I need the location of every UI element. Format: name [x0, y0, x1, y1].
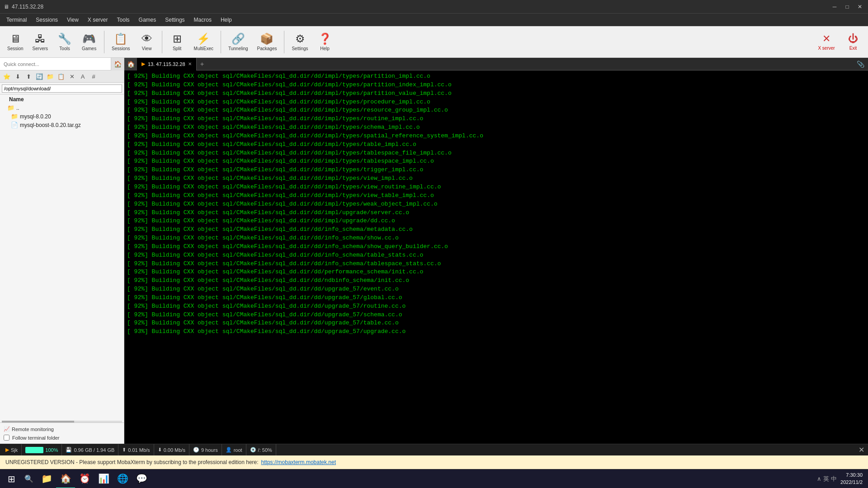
toolbar-games-label: Games	[82, 46, 96, 51]
tree-item-mysql-folder[interactable]: 📁 mysql-8.0.20	[0, 112, 124, 121]
sb-download-icon[interactable]: ⬇	[13, 71, 23, 81]
tray-lang-icon[interactable]: 英	[823, 475, 829, 483]
terminal-line: [ 92%] Building CXX object sql/CMakeFile…	[127, 251, 865, 260]
tab-close-button[interactable]: ✕	[188, 61, 192, 66]
terminal-line: [ 92%] Building CXX object sql/CMakeFile…	[127, 106, 865, 115]
menu-tools[interactable]: Tools	[113, 15, 134, 25]
toolbar-games[interactable]: 🎮 Games	[78, 31, 100, 53]
toolbar-settings-label: Settings	[292, 46, 308, 51]
toolbar-right: ✕ X server ⏻ Exit	[813, 31, 864, 52]
tray-ime-icon[interactable]: 中	[831, 475, 837, 483]
system-clock[interactable]: 7:30:30 2022/11/2	[840, 472, 863, 486]
menu-view[interactable]: View	[62, 15, 83, 25]
menu-sessions[interactable]: Sessions	[31, 15, 62, 25]
sb-folder-icon[interactable]: 📁	[45, 71, 55, 81]
toolbar-packages[interactable]: 📦 Packages	[254, 31, 281, 53]
terminal-tab-active[interactable]: ▶ 13. 47.115.32.28 ✕	[137, 58, 197, 70]
taskbar: ⊞ 🔍 📁 🏠 ⏰ 📊 🌐 💬 ∧ 英 中 7:30:30 2022/11/2	[0, 469, 868, 488]
toolbar-multiexec[interactable]: ⚡ MultiExec	[190, 31, 217, 53]
status-download[interactable]: ⬇ 0.00 Mb/s	[154, 444, 189, 455]
terminal-line: [ 92%] Building CXX object sql/CMakeFile…	[127, 123, 865, 132]
taskbar-clock[interactable]: ⏰	[75, 469, 94, 488]
clock-icon: 🕐	[193, 447, 199, 453]
sb-upload-icon[interactable]: ⬆	[24, 71, 33, 81]
terminal-line: [ 92%] Building CXX object sql/CMakeFile…	[127, 319, 865, 328]
home-button[interactable]: 🏠	[124, 58, 137, 70]
taskbar-browser[interactable]: 🌐	[113, 469, 132, 488]
upload-icon: ⬆	[122, 447, 126, 453]
taskbar-home[interactable]: 🏠	[56, 469, 75, 488]
toolbar-tools[interactable]: 🔧 Tools	[53, 31, 76, 53]
status-time[interactable]: 🕐 9 hours	[189, 444, 222, 455]
status-upload[interactable]: ⬆ 0.01 Mb/s	[118, 444, 154, 455]
download-icon: ⬇	[158, 447, 162, 453]
terminal-line: [ 92%] Building CXX object sql/CMakeFile…	[127, 81, 865, 89]
tree-item-mysql-file[interactable]: 📄 mysql-boost-8.0.20.tar.gz	[0, 121, 124, 129]
sb-text-icon[interactable]: A	[78, 71, 88, 81]
terminal-line: [ 92%] Building CXX object sql/CMakeFile…	[127, 72, 865, 81]
toolbar-xserver-button[interactable]: ✕ X server	[813, 31, 840, 52]
toolbar-sessions[interactable]: 📋 Sessions	[108, 31, 134, 53]
follow-label: Follow terminal folder	[12, 435, 60, 441]
status-user[interactable]: 👤 root	[222, 444, 246, 455]
toolbar-view[interactable]: 👁 View	[136, 31, 158, 53]
terminal-line: [ 92%] Building CXX object sql/CMakeFile…	[127, 294, 865, 302]
quick-connect-button[interactable]: 🏠	[111, 58, 124, 70]
menu-games[interactable]: Games	[134, 15, 161, 25]
help-icon: ❓	[318, 33, 332, 45]
toolbar-sessions-label: Sessions	[112, 46, 130, 51]
path-bar	[0, 83, 124, 94]
menu-macros[interactable]: Macros	[189, 15, 216, 25]
menu-settings[interactable]: Settings	[160, 15, 189, 25]
status-memory[interactable]: 💾 0.96 GB / 1.94 GB	[62, 444, 118, 455]
follow-terminal-folder[interactable]: Follow terminal folder	[2, 433, 122, 442]
sb-delete-icon[interactable]: ✕	[67, 71, 77, 81]
status-progress[interactable]: 100%	[22, 444, 62, 455]
terminal-line: [ 92%] Building CXX object sql/CMakeFile…	[127, 277, 865, 285]
tree-item-parent[interactable]: 📁 ..	[0, 103, 124, 112]
sb-copy-icon[interactable]: 📋	[56, 71, 66, 81]
taskbar-files[interactable]: 📁	[37, 469, 56, 488]
tools-icon: 🔧	[58, 33, 71, 45]
main-area: 🏠 ⭐ ⬇ ⬆ 🔄 📁 📋 ✕ A # Name 📁 ..	[0, 58, 868, 444]
menu-terminal[interactable]: Terminal	[2, 15, 31, 25]
quick-connect-input[interactable]	[0, 58, 111, 70]
remote-monitoring-button[interactable]: 📈 Remote monitoring	[2, 425, 122, 433]
start-button[interactable]: ⊞	[2, 469, 21, 488]
toolbar-exit-button[interactable]: ⏻ Exit	[842, 31, 864, 52]
toolbar-settings[interactable]: ⚙ Settings	[288, 31, 311, 53]
clock-date: 2022/11/2	[840, 479, 863, 486]
toolbar-split-label: Split	[173, 46, 181, 51]
minimize-button[interactable]: ─	[830, 2, 839, 11]
memory-icon: 💾	[66, 447, 72, 453]
sb-star-icon[interactable]: ⭐	[2, 71, 12, 81]
toolbar-servers[interactable]: 🖧 Servers	[29, 31, 52, 53]
toolbar-help[interactable]: ❓ Help	[314, 31, 336, 53]
toolbar-session[interactable]: 🖥 Session	[4, 31, 27, 53]
toolbar-separator-2	[162, 31, 162, 53]
menu-help[interactable]: Help	[216, 15, 236, 25]
search-button[interactable]: 🔍	[21, 471, 37, 487]
attach-icon[interactable]: 📎	[855, 59, 866, 70]
follow-checkbox-input[interactable]	[4, 435, 9, 441]
session-icon: 🖥	[10, 33, 21, 45]
path-input[interactable]	[2, 84, 122, 93]
maximize-button[interactable]: □	[843, 2, 852, 11]
banner-link[interactable]: https://mobaxterm.mobatek.net	[261, 459, 336, 465]
taskbar-chat[interactable]: 💬	[132, 469, 151, 488]
toolbar-split[interactable]: ⊞ Split	[166, 31, 189, 53]
sb-hash-icon[interactable]: #	[89, 71, 99, 81]
taskbar-chart[interactable]: 📊	[94, 469, 113, 488]
tab-icon: ▶	[142, 61, 145, 67]
status-bar-close[interactable]: ✕	[856, 445, 866, 455]
sb-refresh-icon[interactable]: 🔄	[34, 71, 44, 81]
tab-label: 13. 47.115.32.28	[148, 61, 185, 67]
status-disk[interactable]: 💿 /: 50%	[246, 444, 276, 455]
new-tab-button[interactable]: ＋	[197, 58, 208, 70]
toolbar-tunneling[interactable]: 🔗 Tunneling	[225, 31, 252, 53]
status-sjk[interactable]: ▶ Sjk	[2, 444, 22, 455]
menu-xserver[interactable]: X server	[83, 15, 113, 25]
terminal-content[interactable]: [ 92%] Building CXX object sql/CMakeFile…	[124, 70, 868, 444]
close-button[interactable]: ✕	[855, 2, 864, 11]
tray-up-icon[interactable]: ∧	[817, 475, 821, 482]
